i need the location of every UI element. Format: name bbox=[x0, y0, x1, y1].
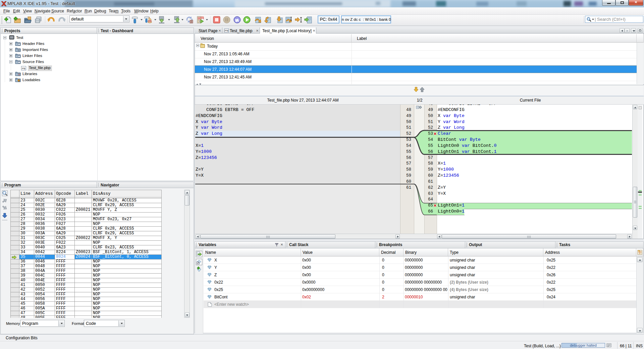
svg-text:01: 01 bbox=[18, 80, 20, 82]
svg-text:3: 3 bbox=[199, 20, 200, 22]
